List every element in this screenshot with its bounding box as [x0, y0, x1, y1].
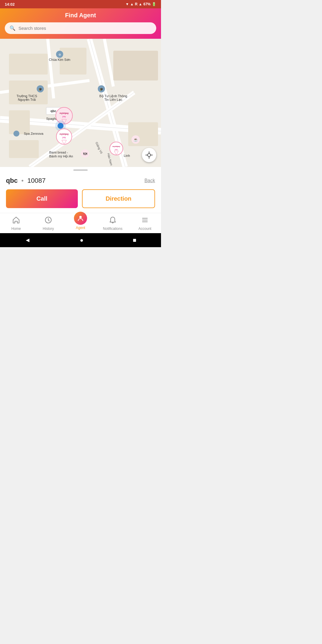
signal2-icon: ▲: [139, 2, 142, 6]
svg-text:🎓: 🎓: [100, 87, 103, 91]
drag-handle[interactable]: [0, 167, 161, 173]
header: Find Agent 🔍: [0, 8, 161, 39]
svg-text:mytelpay: mytelpay: [60, 112, 69, 114]
sim-label: R: [135, 2, 137, 6]
nav-item-home[interactable]: Home: [6, 216, 27, 231]
location-button[interactable]: [142, 148, 156, 162]
account-icon: [141, 216, 149, 226]
nav-item-notifications[interactable]: Notifications: [102, 216, 123, 231]
call-button[interactable]: Call: [6, 189, 78, 208]
bottom-nav: Home History Agent Notifications: [0, 213, 161, 233]
search-bar[interactable]: 🔍: [5, 22, 156, 34]
nav-item-agent[interactable]: Agent: [70, 217, 91, 230]
svg-text:Tin Liên Lạc: Tin Liên Lạc: [104, 98, 123, 102]
nav-label-home: Home: [11, 227, 21, 231]
agent-name: qbc: [6, 177, 18, 184]
system-nav: ◄ ● ■: [0, 233, 161, 247]
home-icon: [12, 216, 20, 226]
agent-icon: [74, 212, 87, 225]
history-icon: [44, 216, 52, 226]
map-svg: ⚙ Chùa Kim Sơn 🎓 Trường THCS Nguyễn Trãi…: [0, 39, 161, 167]
svg-point-28: [13, 131, 19, 137]
search-input[interactable]: [18, 26, 151, 31]
svg-text:Linh: Linh: [124, 154, 130, 157]
agent-name-group: qbc • 10087: [6, 177, 46, 185]
svg-text:Nguyễn Trãi: Nguyễn Trãi: [18, 97, 36, 101]
drag-handle-bar: [73, 169, 88, 171]
svg-point-59: [148, 154, 151, 157]
back-link[interactable]: Back: [144, 178, 155, 183]
svg-text:Spa Zennova: Spa Zennova: [24, 132, 44, 135]
svg-text:pay: pay: [115, 148, 118, 150]
nav-item-history[interactable]: History: [38, 216, 59, 231]
agent-number: 10087: [27, 177, 46, 184]
nav-label-notifications: Notifications: [103, 227, 122, 231]
recent-button[interactable]: ■: [133, 237, 136, 244]
svg-text:⚙: ⚙: [58, 53, 61, 56]
svg-text:🍽: 🍽: [83, 151, 87, 156]
nav-label-history: History: [43, 227, 54, 231]
battery-level: 67%: [143, 2, 151, 6]
svg-text:🎓: 🎓: [38, 87, 42, 91]
bottom-panel: qbc • 10087 Back Call Direction: [0, 173, 161, 213]
status-bar: 14:02 ▼ ▲ R ▲ 67% 🔋: [0, 0, 161, 8]
action-buttons: Call Direction: [6, 189, 155, 208]
svg-text:pay: pay: [62, 136, 66, 139]
page-title: Find Agent: [5, 12, 156, 19]
svg-text:qbc: qbc: [50, 109, 56, 113]
svg-point-65: [79, 216, 82, 218]
search-icon: 🔍: [10, 25, 16, 31]
back-button[interactable]: ◄: [25, 237, 31, 244]
svg-rect-10: [9, 54, 48, 75]
direction-button[interactable]: Direction: [82, 189, 155, 208]
svg-rect-14: [9, 140, 39, 158]
agent-dot: •: [21, 177, 24, 184]
svg-text:mytelpay: mytelpay: [60, 133, 69, 135]
agent-info-row: qbc • 10087 Back: [6, 177, 155, 185]
svg-text:mytelpay: mytelpay: [112, 145, 120, 147]
svg-rect-15: [9, 110, 30, 134]
wifi-icon: ▼: [126, 2, 129, 6]
battery-icon: 🔋: [152, 2, 156, 6]
signal-icon: ▲: [130, 2, 134, 6]
svg-text:pay: pay: [62, 115, 66, 118]
home-button[interactable]: ●: [80, 237, 83, 244]
svg-text:Bánh mỳ Hội An: Bánh mỳ Hội An: [49, 154, 73, 158]
status-icons: ▼ ▲ R ▲ 67% 🔋: [126, 2, 156, 6]
status-time: 14:02: [5, 2, 15, 7]
nav-item-account[interactable]: Account: [134, 216, 155, 231]
svg-text:Trường THCS: Trường THCS: [16, 94, 37, 98]
notifications-icon: [109, 216, 117, 226]
svg-rect-13: [113, 51, 158, 80]
nav-label-agent: Agent: [76, 226, 85, 230]
svg-text:Bami bread -: Bami bread -: [49, 151, 68, 154]
svg-rect-16: [128, 122, 158, 146]
nav-label-account: Account: [138, 227, 151, 231]
svg-text:Chùa Kim Sơn: Chùa Kim Sơn: [49, 58, 70, 61]
svg-text:☕: ☕: [133, 137, 138, 142]
map-container[interactable]: ⚙ Chùa Kim Sơn 🎓 Trường THCS Nguyễn Trãi…: [0, 39, 161, 167]
